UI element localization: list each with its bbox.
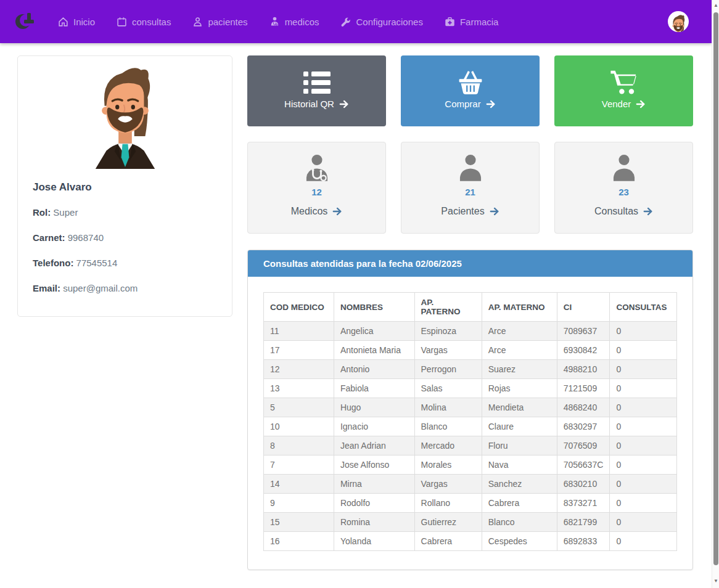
cell-cod-medico: 11 (264, 322, 334, 341)
user-avatar-icon (669, 13, 688, 32)
cell-ap-materno: Arce (482, 322, 557, 341)
cell-ap-materno: Mendieta (482, 398, 557, 417)
cell-ap-paterno: Cabrera (414, 532, 482, 551)
comprar-button[interactable]: Comprar (401, 55, 540, 126)
table-row: 10 Ignacio Blanco Claure 6830297 0 (264, 417, 677, 436)
profile-card: Jose Alvaro Rol: SuperCarnet: 9968740Tel… (17, 55, 232, 317)
cell-cod-medico: 12 (264, 360, 334, 379)
nav-item-inicio[interactable]: Inicio (58, 17, 95, 27)
cell-ap-materno: Cespedes (482, 532, 557, 551)
cell-nombres: Hugo (334, 398, 414, 417)
table-row: 16 Yolanda Cabrera Cespedes 6892833 0 (264, 532, 677, 551)
navbar-user-avatar[interactable] (668, 11, 689, 32)
first-aid-kit-icon (445, 17, 455, 27)
nav-item-label: Farmacia (460, 17, 499, 27)
table-row: 15 Romina Gutierrez Blanco 6821799 0 (264, 513, 677, 532)
cell-ci: 8373271 (557, 494, 610, 513)
cell-ci: 6830297 (557, 417, 610, 436)
cell-ap-materno: Blanco (482, 513, 557, 532)
nav-item-medicos[interactable]: medicos (269, 17, 319, 27)
profile-field: Rol: Super (33, 207, 232, 218)
profile-name: Jose Alvaro (33, 181, 232, 194)
basket-icon (456, 67, 485, 99)
cell-nombres: Ignacio (334, 417, 414, 436)
scroll-down-arrow[interactable]: ▼ (712, 577, 719, 586)
nav-item-label: pacientes (208, 17, 247, 27)
scroll-up-arrow[interactable]: ▲ (712, 1, 719, 10)
cell-ci: 7056637C (557, 455, 610, 475)
cell-cod-medico: 15 (264, 513, 334, 532)
table-row: 9 Rodolfo Rollano Cabrera 8373271 0 (264, 494, 677, 513)
cell-consultas: 0 (610, 436, 677, 455)
field-label: Email: (33, 283, 60, 293)
nav-item-pacientes[interactable]: pacientes (192, 17, 247, 27)
cell-ap-materno: Rojas (482, 379, 557, 398)
table-column-header: CI (557, 293, 610, 322)
list-icon (302, 67, 332, 99)
cell-cod-medico: 7 (264, 455, 334, 475)
field-value: 77545514 (76, 258, 118, 268)
cell-ap-paterno: Mercado (414, 436, 482, 455)
cell-consultas: 0 (610, 417, 677, 436)
stat-count: 21 (465, 187, 475, 197)
field-value: Super (53, 207, 78, 218)
historial-qr-button[interactable]: Historial QR (247, 55, 386, 126)
stat-card-pacientes[interactable]: 21 Pacientes (401, 142, 540, 234)
cell-ci: 4868240 (557, 398, 610, 417)
cell-consultas: 0 (610, 494, 677, 513)
patient-icon (192, 17, 203, 27)
table-column-header: AP. PATERNO (414, 293, 482, 322)
calendar-icon (117, 17, 127, 27)
person-icon (454, 153, 487, 186)
table-row: 7 Jose Alfonso Morales Nava 7056637C 0 (264, 455, 677, 475)
cell-consultas: 0 (610, 360, 677, 379)
arrow-right-icon (339, 100, 349, 108)
cell-consultas: 0 (610, 398, 677, 417)
stat-count: 23 (618, 187, 629, 197)
nav-item-configuraciones[interactable]: Configuraciones (340, 17, 422, 27)
arrow-right-icon (486, 100, 496, 108)
cell-nombres: Antonieta Maria (334, 341, 414, 360)
nav-item-label: medicos (285, 17, 319, 27)
nav-item-label: Inicio (73, 17, 95, 27)
stat-card-medicos[interactable]: 12 Medicos (247, 142, 386, 234)
scrollbar-thumb[interactable] (713, 12, 718, 565)
stat-label: Pacientes (441, 206, 484, 217)
table-column-header: CONSULTAS (610, 293, 677, 322)
stat-card-consultas[interactable]: 23 Consultas (554, 142, 693, 234)
cell-ap-paterno: Gutierrez (414, 513, 482, 532)
stat-count: 12 (311, 187, 322, 197)
vertical-scrollbar[interactable]: ▲ ▼ (712, 0, 719, 588)
stat-label: Medicos (291, 206, 328, 217)
cell-nombres: Fabiola (334, 379, 414, 398)
tile-label: Comprar (445, 99, 480, 109)
tile-label: Historial QR (284, 99, 334, 109)
cell-consultas: 0 (610, 379, 677, 398)
arrow-right-icon (643, 207, 653, 216)
cell-nombres: Antonio (334, 360, 414, 379)
cell-ap-materno: Floru (482, 436, 557, 455)
cell-consultas: 0 (610, 532, 677, 551)
brand-logo[interactable] (12, 9, 37, 34)
cell-ap-paterno: Vargas (414, 341, 482, 360)
nav-item-consultas[interactable]: consultas (117, 17, 171, 27)
nav-item-farmacia[interactable]: Farmacia (445, 17, 499, 27)
cell-nombres: Mirna (334, 475, 414, 494)
profile-field: Telefono: 77545514 (33, 258, 232, 268)
cell-cod-medico: 10 (264, 417, 334, 436)
cell-cod-medico: 16 (264, 532, 334, 551)
arrow-right-icon (636, 100, 646, 108)
table-row: 5 Hugo Molina Mendieta 4868240 0 (264, 398, 677, 417)
wrench-icon (340, 17, 351, 27)
cell-consultas: 0 (610, 322, 677, 341)
profile-avatar (89, 60, 162, 169)
table-row: 8 Jean Adrian Mercado Floru 7076509 0 (264, 436, 677, 455)
doctor-icon (269, 17, 280, 27)
profile-field: Email: super@gmail.com (33, 283, 232, 293)
cell-cod-medico: 9 (264, 494, 334, 513)
stat-label: Consultas (594, 206, 638, 217)
vender-button[interactable]: Vender (554, 55, 693, 126)
consultas-panel: Consultas atendidas para la fecha 02/06/… (247, 250, 693, 570)
field-value: super@gmail.com (63, 283, 138, 293)
cell-ap-paterno: Molina (414, 398, 482, 417)
